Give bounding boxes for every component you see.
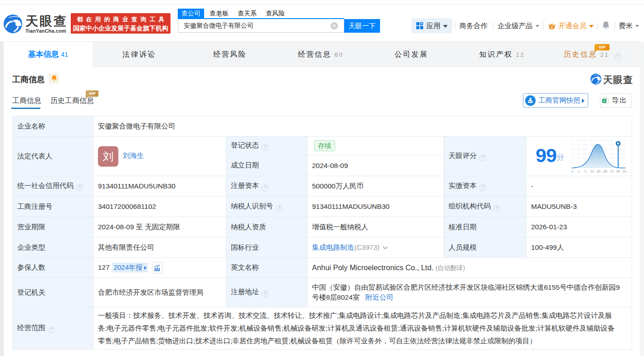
svg-text:50: 50	[597, 170, 600, 173]
svg-text:1: 1	[578, 170, 580, 173]
svg-text:3: 3	[585, 170, 586, 173]
svg-text:97: 97	[610, 170, 614, 173]
svg-text:0: 0	[571, 170, 573, 173]
svg-text:10: 10	[590, 170, 594, 173]
svg-text:99: 99	[616, 170, 620, 173]
svg-text:100: 100	[622, 170, 626, 173]
svg-text:85: 85	[604, 170, 607, 173]
